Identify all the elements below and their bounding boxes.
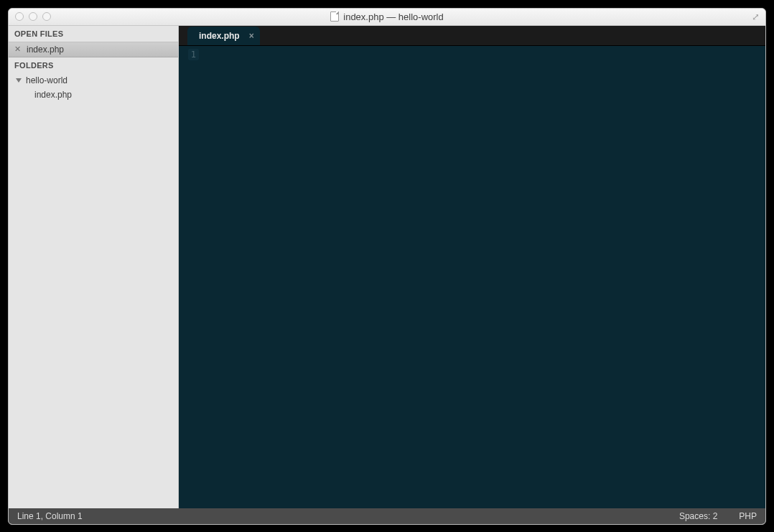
tab-label: index.php [199,31,240,41]
close-window-icon[interactable] [15,12,24,21]
close-tab-icon[interactable]: × [249,31,254,41]
document-icon [330,11,339,22]
editor[interactable]: 1 [179,46,765,508]
status-indent[interactable]: Spaces: 2 [679,511,717,521]
status-bar: Line 1, Column 1 Spaces: 2 PHP [9,508,765,524]
line-gutter: 1 [179,46,205,508]
open-files-header: OPEN FILES [9,26,178,42]
status-syntax[interactable]: PHP [739,511,757,521]
editor-panel: index.php × 1 [179,26,765,508]
open-file-label: index.php [27,45,64,55]
window-title: index.php — hello-world [9,11,765,22]
file-label: index.php [34,90,72,100]
status-cursor[interactable]: Line 1, Column 1 [17,511,83,521]
window-title-text: index.php — hello-world [343,11,443,22]
code-area[interactable] [205,46,765,508]
minimize-window-icon[interactable] [29,12,37,21]
tab-bar: index.php × [179,26,765,46]
app-window: index.php — hello-world ⤢ OPEN FILES ✕ i… [8,8,766,525]
body-area: OPEN FILES ✕ index.php FOLDERS hello-wor… [9,26,765,508]
tab-active[interactable]: index.php × [187,27,260,45]
close-file-icon[interactable]: ✕ [14,45,21,54]
folder-item[interactable]: hello-world [9,73,178,88]
open-file-item[interactable]: ✕ index.php [9,42,178,57]
sidebar: OPEN FILES ✕ index.php FOLDERS hello-wor… [9,26,179,508]
file-item[interactable]: index.php [9,88,178,102]
titlebar[interactable]: index.php — hello-world ⤢ [9,9,765,26]
disclosure-triangle-icon[interactable] [16,78,22,83]
folder-label: hello-world [26,75,67,85]
folders-header: FOLDERS [9,57,178,73]
zoom-window-icon[interactable] [42,12,51,21]
window-controls [9,12,51,21]
line-number: 1 [188,49,199,60]
fullscreen-icon[interactable]: ⤢ [752,11,765,22]
